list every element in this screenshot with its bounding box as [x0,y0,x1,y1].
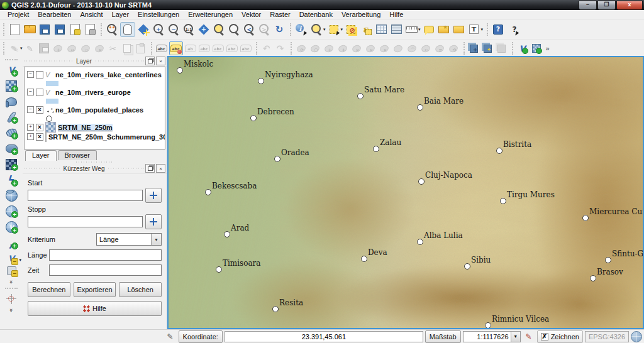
toolbar-grip-attributes[interactable] [290,23,291,36]
line-swatch[interactable] [46,99,58,104]
tab-browser[interactable]: Browser [58,150,97,160]
toolbar-grip-map-navigation[interactable] [101,23,102,36]
add-wms-layer-icon[interactable] [3,188,19,204]
toolbar-overflow-icon[interactable]: » [3,278,19,286]
render-checkbox[interactable]: ✗ [541,333,548,340]
toolbar-grip-file[interactable] [3,23,4,36]
add-wcs-layer-icon[interactable] [3,204,19,219]
layer-visibility-checkbox[interactable] [36,71,43,79]
close-button[interactable]: x [616,1,643,10]
scale-combo[interactable]: 1:1117626 ▼ [463,331,521,342]
toolbar-grip-layers[interactable] [5,59,18,60]
menu-erweiterungen[interactable]: Erweiterungen [184,10,237,19]
new-raster-layer-icon[interactable] [530,42,543,55]
city-marker[interactable] [373,146,379,152]
tree-expander-icon[interactable]: − [27,106,34,113]
labeling-icon[interactable]: abc [155,42,168,55]
layer-visibility-checkbox[interactable]: × [36,106,43,114]
pan-map-icon[interactable] [120,22,135,37]
time-input[interactable] [49,264,162,276]
layer-name[interactable]: SRTM_NE_250m_Schummerung_300... [48,133,165,141]
city-marker[interactable] [464,263,470,270]
city-marker[interactable] [361,256,367,262]
city-marker[interactable] [250,115,257,121]
layer-visibility-checkbox[interactable] [36,89,43,96]
city-marker[interactable] [177,67,183,74]
toggle-extents-pen-icon[interactable]: ✎ [164,331,177,342]
add-sqlanywhere-layer-icon[interactable]: ϟ [3,172,19,188]
layer-labeling-options-icon[interactable]: abc [169,41,183,55]
city-marker[interactable] [590,275,596,281]
new-print-composer-icon[interactable] [68,23,82,36]
stop-input[interactable] [28,216,143,227]
deselect-all-icon[interactable]: ⊘ [344,23,358,36]
toolbar-grip-digitizing[interactable] [3,42,4,55]
coordinate-input[interactable] [225,331,423,342]
layer-row[interactable]: −ne_10m_rivers_lake_centerlines [27,70,165,79]
new-shapefile-layer-icon[interactable]: V [516,42,529,55]
zoom-out-icon[interactable]: − [167,23,180,36]
city-marker[interactable] [258,78,264,84]
text-annotation-dropdown[interactable]: ▾ [481,27,484,32]
capture-start-button[interactable] [145,188,162,203]
circle-symbol[interactable] [46,116,52,122]
coordinate-button[interactable]: Koordinate: [179,330,223,343]
zoom-in-icon[interactable]: + [152,23,165,36]
toolbar-grip-new-layer[interactable] [512,42,513,55]
stop-render-icon[interactable]: ✎ [523,331,535,342]
select-features-icon[interactable] [309,23,323,36]
layer-row[interactable]: −×ne_10m_populated_places [27,105,165,114]
save-project-icon[interactable] [38,23,52,36]
export-button[interactable]: Exportieren [74,282,116,297]
add-oracle-georaster-icon[interactable] [3,156,19,172]
city-marker[interactable] [496,148,502,154]
layer-name[interactable]: SRTM_NE_250m [58,124,113,131]
zoom-to-selection-icon[interactable] [212,23,226,36]
chevron-down-icon[interactable]: ▼ [511,332,520,342]
toolbar-grip-database[interactable] [464,42,465,55]
current-edits-dropdown[interactable]: ▾ [20,46,23,51]
layer-panel-header[interactable]: Layer × [23,56,167,67]
tree-expander-icon[interactable]: + [27,124,34,131]
maximize-button[interactable]: ❐ [597,1,616,10]
tree-expander-icon[interactable]: + [27,133,34,140]
new-bookmark-icon[interactable]: ★ [437,23,451,36]
add-delimited-text-layer-icon[interactable]: , [3,235,19,251]
scale-button[interactable]: Maßstab [425,330,461,343]
title-bar[interactable]: QGIS 2.0.1-Dufour - 2013-10-10 Nur SRTM4… [0,0,644,10]
menu-bearbeiten[interactable]: Bearbeiten [33,10,75,19]
render-checkbox-group[interactable]: ✗ Zeichnen [537,330,583,343]
menu-einstellungen[interactable]: Einstellungen [133,10,184,19]
map-tips-icon[interactable] [422,23,436,36]
city-marker[interactable] [205,189,211,195]
layer-row[interactable]: +×SRTM_NE_250m_Schummerung_300... [27,132,165,141]
city-marker[interactable] [500,198,506,204]
measure-icon[interactable] [404,23,418,36]
city-marker[interactable] [417,239,423,245]
select-by-expression-icon[interactable]: ε [359,23,373,36]
shortest-path-header[interactable]: Kürzester Weg × [23,163,167,174]
city-marker[interactable] [272,306,279,312]
city-marker[interactable] [418,178,425,185]
add-mssql-layer-icon[interactable] [3,125,19,141]
menu-hilfe[interactable]: Hilfe [385,10,408,19]
field-calculator-icon[interactable] [389,23,403,36]
menu-vektor[interactable]: Vektor [237,10,265,19]
zoom-full-icon[interactable]: + [197,23,211,36]
length-input[interactable] [49,249,162,261]
criterion-combo[interactable]: Länge ▼ [96,233,162,246]
calculate-button[interactable]: Berechnen [28,282,70,297]
layer-visibility-checkbox[interactable]: × [36,124,43,131]
open-project-icon[interactable] [23,23,36,36]
line-swatch[interactable] [46,81,58,86]
touch-zoom-pan-icon[interactable]: •• [105,23,119,36]
add-postgis-layer-icon[interactable] [3,94,19,109]
add-spatialite-layer-icon[interactable] [3,109,19,125]
layer-row[interactable]: +×SRTM_NE_250m [27,122,165,132]
add-raster-layer-icon[interactable] [3,78,19,94]
menu-verarbeitung[interactable]: Verarbeitung [337,10,385,19]
new-spatialite-layer-icon[interactable]: + [468,42,480,55]
city-marker[interactable] [485,322,491,329]
select-features-dropdown[interactable]: ▾ [323,27,326,32]
city-marker[interactable] [582,215,589,221]
